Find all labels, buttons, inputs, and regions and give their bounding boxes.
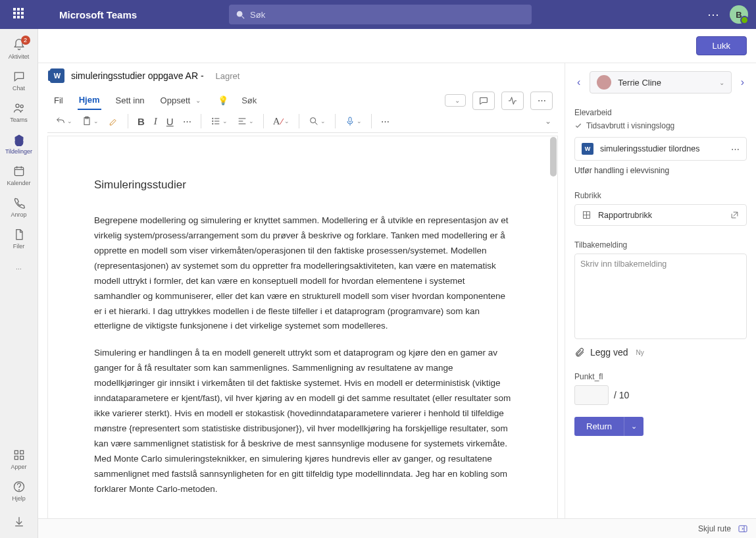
svg-point-25 — [310, 118, 315, 123]
rail-more[interactable]: ⋯ — [0, 254, 38, 286]
toolbar-more-button[interactable]: ⋯ — [380, 115, 391, 128]
rail-download[interactable] — [0, 506, 38, 538]
lightbulb-icon[interactable]: 💡 — [218, 95, 228, 105]
bold-button[interactable]: B — [136, 115, 146, 128]
document-body[interactable]: Simuleringsstudier Begrepene modellering… — [47, 136, 558, 521]
header-more-icon[interactable]: ⋯ — [707, 7, 719, 22]
font-more-button[interactable]: ⋯ — [182, 115, 193, 128]
tab-home[interactable]: Hjem — [78, 91, 101, 110]
word-icon: W — [582, 143, 593, 155]
grid-icon — [582, 210, 592, 220]
tab-layout[interactable]: Oppsett — [159, 92, 192, 109]
student-name: Terrie Cline — [618, 78, 712, 88]
rail-chat[interactable]: Chat — [0, 65, 38, 96]
undo-icon — [55, 116, 66, 126]
rail-activity[interactable]: 2 Aktivitet — [0, 33, 38, 65]
help-icon — [13, 480, 26, 493]
svg-point-2 — [16, 104, 19, 107]
rail-files[interactable]: Filer — [0, 223, 38, 254]
student-selector[interactable]: Terrie Cline ⌄ — [590, 71, 731, 94]
activity-icon — [507, 95, 518, 106]
dictate-button[interactable]: ⌄ — [343, 115, 363, 128]
mic-icon — [345, 116, 355, 126]
styles-button[interactable]: A⁄⌄ — [272, 115, 291, 128]
svg-rect-9 — [20, 450, 23, 454]
rail-assignments[interactable]: Tildelinger — [0, 128, 38, 159]
ribbon-more-button[interactable]: ⋯ — [530, 92, 553, 110]
search-icon — [236, 10, 245, 19]
return-dropdown-button[interactable]: ⌄ — [624, 417, 643, 436]
ribbon-search-label[interactable]: Søk — [241, 95, 257, 105]
rail-help[interactable]: Hjelp — [0, 475, 38, 506]
app-header: Microsoft Teams Søk ⋯ B — [0, 0, 756, 29]
ribbon-tabs: Fil Hjem Sett inn Oppsett ⌄ 💡 Søk ⌄ ⋯ — [47, 88, 558, 110]
undo-button[interactable]: ⌄ — [54, 115, 74, 128]
user-avatar[interactable]: B — [730, 5, 748, 24]
svg-rect-4 — [14, 167, 23, 175]
points-input[interactable] — [574, 385, 609, 405]
next-student-button[interactable]: › — [738, 74, 747, 91]
format-painter-button[interactable] — [107, 115, 120, 128]
student-view-action-link[interactable]: Utfør handling i elevvisning — [574, 166, 747, 175]
svg-point-13 — [18, 490, 19, 491]
rail-teams[interactable]: Teams — [0, 96, 38, 128]
points-label: Punkt_fl — [574, 372, 747, 381]
ellipsis-icon: ⋯ — [12, 262, 26, 277]
rail-calendar[interactable]: Kalender — [0, 159, 38, 191]
find-button[interactable]: ⌄ — [307, 115, 327, 128]
file-more-button[interactable]: ⋯ — [731, 144, 740, 154]
close-button[interactable]: Lukk — [696, 36, 747, 55]
panel-toggle-icon[interactable] — [738, 524, 748, 534]
doc-paragraph: Simulering er handlingen å ta en modell … — [94, 346, 511, 497]
rubric-name: Rapportrubrikk — [598, 211, 723, 220]
chevron-down-icon: ⌄ — [719, 79, 724, 86]
rail-apps[interactable]: Apper — [0, 443, 38, 475]
attach-button[interactable]: Legg ved Ny — [574, 347, 747, 358]
points-max: / 10 — [614, 390, 629, 400]
main-area: Lukk W simuleringsstudier oppgave AR - L… — [38, 29, 756, 538]
paste-button[interactable]: ⌄ — [80, 115, 100, 128]
points-row: / 10 — [574, 385, 747, 405]
rubric-card[interactable]: Rapportrubrikk — [574, 204, 747, 226]
feedback-input[interactable]: Skriv inn tilbakemelding — [574, 254, 747, 339]
document-title: simuleringsstudier oppgave AR - — [71, 70, 204, 81]
svg-rect-11 — [20, 456, 23, 460]
word-icon: W — [50, 68, 64, 83]
return-button[interactable]: Return — [574, 417, 624, 436]
bottom-bar: Skjul rute — [38, 518, 756, 538]
feedback-label: Tilbakemelding — [574, 240, 747, 250]
collapse-ribbon-button[interactable]: ⌄ — [545, 117, 551, 126]
waffle-icon[interactable] — [13, 8, 26, 21]
student-work-label: Elevarbeid — [574, 108, 747, 117]
catchup-button[interactable] — [501, 92, 524, 110]
student-navigator: ‹ Terrie Cline ⌄ › — [574, 71, 747, 94]
grading-panel: ‹ Terrie Cline ⌄ › Elevarbeid Tidsavbrut… — [565, 63, 756, 538]
svg-point-3 — [20, 105, 23, 107]
comments-button[interactable] — [472, 92, 495, 110]
hide-pane-button[interactable]: Skjul rute — [698, 524, 731, 533]
rail-calls[interactable]: Anrop — [0, 191, 38, 223]
bullets-button[interactable]: ⌄ — [209, 115, 229, 128]
svg-line-1 — [242, 16, 245, 19]
editing-mode-button[interactable]: ⌄ — [445, 94, 466, 107]
chevron-down-icon: ⌄ — [455, 97, 460, 104]
underline-button[interactable]: U — [165, 115, 175, 128]
italic-button[interactable]: I — [153, 115, 159, 128]
align-button[interactable]: ⌄ — [236, 115, 255, 128]
tab-insert[interactable]: Sett inn — [114, 92, 146, 109]
svg-rect-8 — [14, 450, 18, 454]
svg-rect-27 — [349, 117, 351, 122]
svg-point-18 — [212, 123, 213, 124]
file-icon — [13, 228, 26, 241]
prev-student-button[interactable]: ‹ — [574, 74, 583, 91]
search-icon — [309, 116, 319, 126]
vertical-scrollbar[interactable] — [550, 137, 557, 176]
clipboard-icon — [82, 116, 92, 126]
student-file-name: simuleringsstudier tilordnes — [600, 144, 724, 153]
chevron-down-icon[interactable]: ⌄ — [195, 97, 201, 104]
student-file-card[interactable]: W simuleringsstudier tilordnes ⋯ — [574, 137, 747, 161]
global-search[interactable]: Søk — [229, 5, 532, 24]
assignments-icon — [13, 133, 26, 146]
tab-file[interactable]: Fil — [53, 92, 64, 109]
student-avatar — [597, 75, 611, 90]
